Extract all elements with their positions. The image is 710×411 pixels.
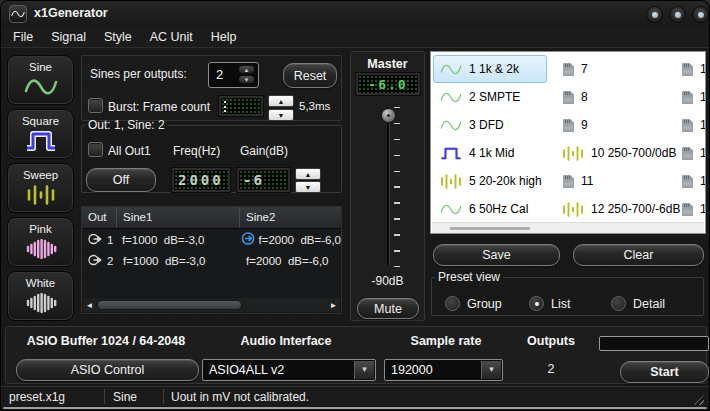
col-sine2[interactable]: Sine2	[240, 207, 341, 228]
fader-tick-marks	[394, 107, 400, 267]
preset-item[interactable]: 2 SMPTE	[433, 83, 547, 111]
menu-help[interactable]: Help	[202, 28, 246, 46]
all-out1-checkbox[interactable]	[88, 142, 103, 157]
master-title: Master	[351, 57, 424, 71]
preset-item-label: 5 20-20k high	[469, 174, 542, 188]
preset-item[interactable]: 3 DFD	[433, 111, 547, 139]
white-noise-icon	[25, 292, 57, 314]
master-fader-track[interactable]	[387, 107, 390, 265]
preset-item[interactable]: 7	[555, 55, 685, 83]
dropdown-arrow-icon: ▼	[354, 361, 374, 379]
preset-item[interactable]: 9	[555, 111, 685, 139]
preset-item[interactable]: 13	[674, 55, 706, 83]
scroll-left-icon[interactable]: ◄	[83, 301, 96, 310]
radio-selected-icon	[529, 296, 544, 311]
out-arrow-icon	[88, 254, 103, 268]
gain-label: Gain(dB)	[240, 144, 288, 158]
out-arrow-icon	[88, 233, 103, 247]
tab-sine-label: Sine	[29, 61, 52, 73]
status-preset-file: preset.x1g	[9, 390, 65, 404]
table-row[interactable]: 1 f=1000 dB=-3,0 f=2000 dB=-6,0	[82, 229, 341, 250]
sd-card-icon	[679, 90, 695, 105]
tab-sweep[interactable]: Sweep	[7, 163, 74, 213]
preset-item[interactable]: 12 250-700/-6dB	[555, 195, 685, 223]
preset-hscrollbar[interactable]	[432, 222, 704, 233]
spin-up-icon[interactable]: ▲	[238, 65, 255, 74]
master-fader-knob[interactable]	[381, 108, 396, 123]
mute-button[interactable]: Mute	[357, 298, 419, 319]
preset-item[interactable]: 11	[555, 167, 685, 195]
tab-pink[interactable]: Pink	[7, 217, 74, 267]
col-out[interactable]: Out	[82, 207, 117, 228]
burst-up-button[interactable]: ▲	[268, 95, 294, 107]
divider	[104, 389, 105, 404]
resize-grip[interactable]	[692, 395, 704, 405]
sd-card-icon	[679, 118, 695, 133]
sines-count-value: 2	[216, 67, 223, 82]
save-button[interactable]: Save	[433, 244, 560, 266]
scroll-thumb[interactable]	[450, 227, 530, 230]
maximize-button[interactable]	[669, 6, 686, 23]
sines-count-spinner[interactable]: 2 ▲▼	[208, 62, 259, 88]
preset-item[interactable]: 4 1k Mid	[433, 139, 547, 167]
tab-sweep-label: Sweep	[23, 169, 58, 181]
table-row[interactable]: 2 f=1000 dB=-3,0 f=2000 dB=-6,0	[82, 250, 341, 271]
status-message: Uout in mV not calibrated.	[171, 390, 309, 404]
tab-white-label: White	[26, 277, 55, 289]
radio-icon	[445, 296, 460, 311]
text-field[interactable]	[599, 336, 709, 351]
burst-checkbox[interactable]	[88, 98, 103, 113]
preset-item[interactable]: 5 20-20k high	[433, 167, 547, 195]
preset-item[interactable]: 14	[674, 83, 706, 111]
start-button[interactable]: Start	[620, 361, 709, 383]
scroll-thumb[interactable]	[97, 300, 242, 310]
radio-group[interactable]: Group	[445, 296, 502, 311]
app-logo-icon	[9, 5, 27, 23]
radio-list[interactable]: List	[529, 296, 570, 311]
preset-item-label: 14	[700, 90, 706, 104]
radio-detail[interactable]: Detail	[611, 296, 665, 311]
maximize-icon	[675, 12, 681, 18]
status-bar: preset.x1g Sine Uout in mV not calibrate…	[1, 386, 709, 406]
pink-noise-icon	[25, 238, 57, 260]
sd-card-icon	[560, 118, 576, 133]
menu-signal[interactable]: Signal	[42, 28, 95, 46]
tab-sine[interactable]: Sine	[7, 55, 74, 105]
preset-item-label: 15	[700, 118, 706, 132]
spin-down-icon[interactable]: ▼	[238, 75, 255, 84]
minimize-button[interactable]	[646, 6, 663, 23]
preset-item[interactable]: 16	[674, 139, 706, 167]
preset-item[interactable]: 18	[674, 195, 706, 223]
menu-file[interactable]: File	[4, 28, 42, 46]
preset-item-label: 18	[700, 202, 706, 216]
col-sine1[interactable]: Sine1	[117, 207, 240, 228]
gain-up-button[interactable]: ▲	[295, 168, 321, 180]
outputs-label: Outputs	[527, 334, 575, 348]
sd-card-icon	[560, 90, 576, 105]
up-arrow-icon: ▲	[278, 98, 285, 105]
preset-item[interactable]: 6 50Hz Cal	[433, 195, 547, 223]
preset-item[interactable]: 17	[674, 167, 706, 195]
menu-style[interactable]: Style	[95, 28, 141, 46]
table-hscrollbar[interactable]: ◄ ►	[83, 298, 340, 312]
clear-button[interactable]: Clear	[573, 244, 704, 266]
menu-ac-unit[interactable]: AC Unit	[141, 28, 202, 46]
off-button[interactable]: Off	[86, 168, 156, 192]
gain-down-button[interactable]: ▼	[295, 181, 321, 193]
preset-item[interactable]: 1 1k & 2k	[433, 55, 547, 83]
preset-item[interactable]: 15	[674, 111, 706, 139]
tab-white[interactable]: White	[7, 271, 74, 321]
tab-square[interactable]: Square	[7, 109, 74, 159]
preset-item[interactable]: 8	[555, 83, 685, 111]
audio-interface-select[interactable]: ASIO4ALL v2 ▼	[202, 359, 376, 381]
preset-item-label: 9	[581, 118, 588, 132]
sweep-icon	[560, 202, 586, 217]
close-button[interactable]	[692, 6, 709, 23]
sines-settings-panel: Sines per outputs: 2 ▲▼ Reset Burst: Fra…	[81, 55, 342, 121]
preset-item[interactable]: 10 250-700/0dB	[555, 139, 685, 167]
scroll-right-icon[interactable]: ►	[327, 301, 340, 310]
sweep-icon	[438, 174, 464, 189]
asio-control-button[interactable]: ASIO Control	[16, 359, 199, 381]
sample-rate-select[interactable]: 192000 ▼	[384, 359, 503, 381]
reset-button[interactable]: Reset	[283, 63, 337, 88]
